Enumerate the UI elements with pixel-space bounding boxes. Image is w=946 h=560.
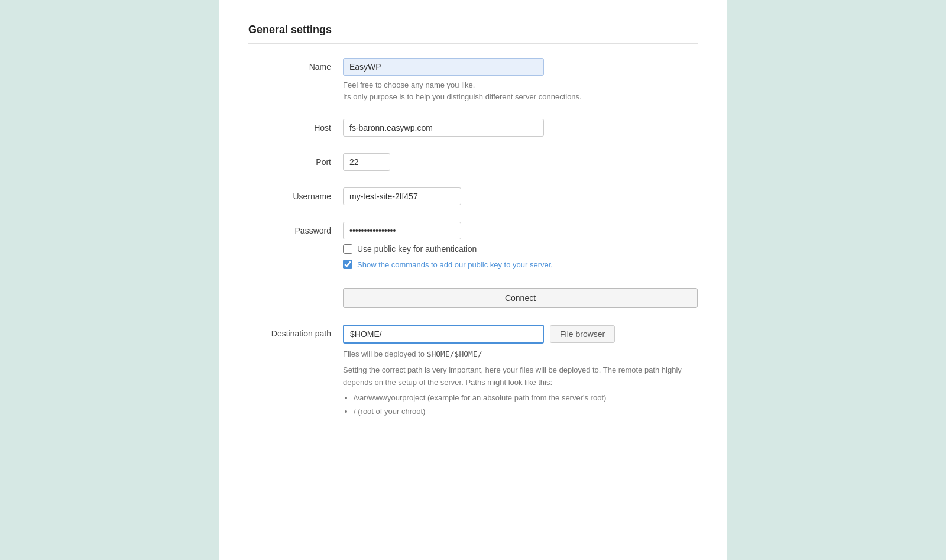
deploy-path-code: $HOME/$HOME/ bbox=[427, 349, 482, 358]
name-label: Name bbox=[248, 58, 343, 72]
password-field: Use public key for authentication Show t… bbox=[343, 222, 698, 269]
deploy-example-2: / (root of your chroot) bbox=[354, 406, 698, 418]
name-input[interactable] bbox=[343, 58, 544, 76]
name-hint: Feel free to choose any name you like. I… bbox=[343, 79, 698, 102]
port-field bbox=[343, 153, 698, 171]
username-row: Username bbox=[248, 187, 698, 205]
show-commands-row: Show the commands to add our public key … bbox=[343, 260, 698, 269]
public-key-label: Use public key for authentication bbox=[357, 244, 477, 254]
destination-path-row: Destination path File browser Files will… bbox=[248, 325, 698, 419]
destination-label: Destination path bbox=[248, 325, 343, 338]
settings-container: General settings Name Feel free to choos… bbox=[219, 0, 727, 560]
password-row: Password Use public key for authenticati… bbox=[248, 222, 698, 269]
host-field bbox=[343, 119, 698, 137]
destination-field: File browser Files will be deployed to $… bbox=[343, 325, 698, 419]
username-field bbox=[343, 187, 698, 205]
port-label: Port bbox=[248, 153, 343, 167]
deploy-examples-list: /var/www/yourproject (example for an abs… bbox=[354, 392, 698, 418]
connect-row: Connect bbox=[248, 286, 698, 308]
username-input[interactable] bbox=[343, 187, 461, 205]
host-input[interactable] bbox=[343, 119, 544, 137]
show-commands-link[interactable]: Show the commands to add our public key … bbox=[357, 260, 553, 269]
port-input[interactable] bbox=[343, 153, 390, 171]
name-field: Feel free to choose any name you like. I… bbox=[343, 58, 698, 102]
show-commands-checkbox[interactable] bbox=[343, 260, 352, 269]
public-key-checkbox-row: Use public key for authentication bbox=[343, 244, 698, 254]
password-input[interactable] bbox=[343, 222, 461, 239]
connect-label-spacer bbox=[248, 286, 343, 290]
deploy-info-line2: Setting the correct path is very importa… bbox=[343, 364, 698, 389]
page-title: General settings bbox=[248, 24, 698, 44]
file-browser-button[interactable]: File browser bbox=[550, 325, 615, 343]
general-settings-form: Name Feel free to choose any name you li… bbox=[248, 58, 698, 419]
connect-button[interactable]: Connect bbox=[343, 288, 698, 308]
password-label: Password bbox=[248, 222, 343, 235]
port-row: Port bbox=[248, 153, 698, 171]
destination-input[interactable] bbox=[343, 325, 544, 344]
host-row: Host bbox=[248, 119, 698, 137]
public-key-checkbox[interactable] bbox=[343, 244, 352, 254]
host-label: Host bbox=[248, 119, 343, 132]
deploy-example-1: /var/www/yourproject (example for an abs… bbox=[354, 392, 698, 404]
name-row: Name Feel free to choose any name you li… bbox=[248, 58, 698, 102]
destination-input-row: File browser bbox=[343, 325, 698, 344]
connect-field: Connect bbox=[343, 286, 698, 308]
deploy-info-line1: Files will be deployed to $HOME/$HOME/ bbox=[343, 348, 698, 361]
deploy-info: Files will be deployed to $HOME/$HOME/ S… bbox=[343, 348, 698, 419]
username-label: Username bbox=[248, 187, 343, 201]
